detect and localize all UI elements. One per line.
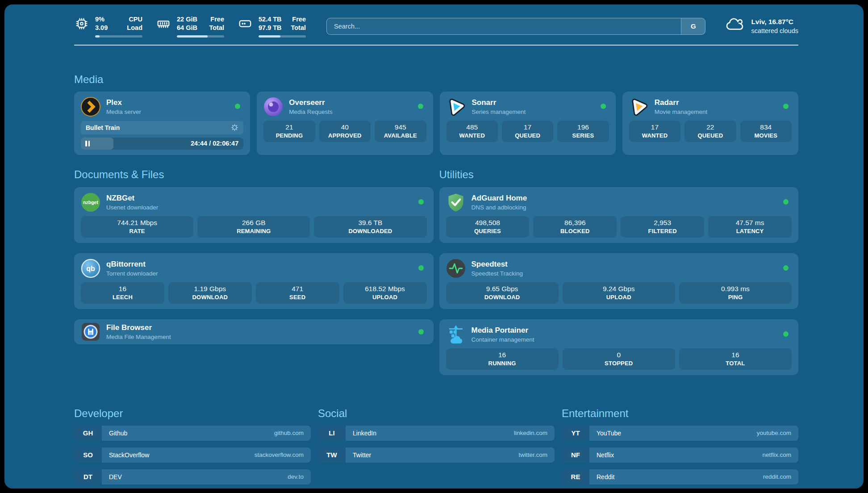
app-subtitle: DNS and adblocking: [472, 204, 527, 211]
stat-label: PENDING: [276, 132, 303, 139]
stat-value: 498,508: [475, 219, 500, 227]
search-input[interactable]: [327, 18, 681, 34]
bookmark-twitter[interactable]: TW Twitter twitter.com: [318, 447, 555, 463]
app-name: File Browser: [106, 323, 171, 332]
utilities-section-title: Utilities: [439, 168, 799, 181]
top-bar: 9% 3.09 CPU Load: [74, 15, 798, 38]
bookmark-abbr: TW: [318, 447, 346, 463]
stat-label: FILTERED: [648, 228, 677, 234]
bookmark-abbr: LI: [318, 426, 346, 441]
plex-card[interactable]: Plex Media server Bullet Train: [74, 92, 250, 155]
bookmark-url: stackoverflow.com: [255, 451, 304, 458]
disk-stat: 52.4 TB 97.9 TB Free Total: [238, 15, 306, 38]
stat-tile: 485 WANTED: [447, 121, 498, 142]
bookmark-abbr: GH: [74, 426, 102, 441]
filebrowser-icon: [81, 322, 100, 342]
bookmark-github[interactable]: GH Github github.com: [74, 426, 311, 441]
stat-value: 196: [577, 123, 589, 131]
stat-value: 485: [466, 123, 478, 131]
cpu-label: CPU: [127, 15, 142, 24]
stat-tile: 17 QUEUED: [502, 121, 553, 142]
bookmark-abbr: SO: [74, 447, 102, 463]
search-engine-button[interactable]: G: [681, 18, 705, 34]
memory-icon: [156, 16, 171, 31]
app-name: Media Portainer: [472, 326, 534, 335]
stat-label: WANTED: [642, 132, 668, 139]
stat-tile: 471 SEED: [256, 282, 339, 304]
stat-tile: 834 MOVIES: [740, 121, 792, 142]
stat-label: DOWNLOAD: [484, 294, 520, 301]
overseerr-card[interactable]: Overseerr Media Requests 21 PENDING 40 A…: [257, 92, 433, 155]
playback-progress-bar[interactable]: 24:44 / 02:06:47: [81, 138, 243, 150]
radarr-card[interactable]: Radarr Movie management 17 WANTED 22 QUE…: [622, 92, 798, 155]
stat-value: 945: [395, 123, 406, 131]
app-name: AdGuard Home: [472, 194, 527, 203]
bookmark-stackoverflow[interactable]: SO StackOverflow stackoverflow.com: [74, 447, 311, 463]
bookmark-name: DEV: [109, 473, 122, 480]
stat-value: 618.52 Mbps: [365, 285, 405, 293]
documents-section-title: Documents & Files: [74, 168, 434, 181]
adguard-card[interactable]: AdGuard Home DNS and adblocking 498,508 …: [439, 187, 799, 243]
status-dot: [601, 104, 606, 109]
bookmark-linkedin[interactable]: LI LinkedIn linkedin.com: [318, 426, 555, 441]
stat-value: 16: [731, 351, 739, 359]
bookmark-abbr: RE: [562, 469, 589, 485]
stat-value: 2,953: [654, 219, 671, 227]
app-subtitle: Torrent downloader: [106, 270, 158, 277]
memory-free-label: Free: [209, 15, 224, 24]
stat-value: 1.19 Gbps: [194, 285, 226, 293]
memory-free-value: 22 GiB: [177, 15, 197, 24]
status-dot: [418, 104, 423, 109]
stat-tile: 618.52 Mbps UPLOAD: [343, 282, 427, 304]
sonarr-card[interactable]: Sonarr Series management 485 WANTED 17 Q…: [440, 92, 616, 155]
system-stats: 9% 3.09 CPU Load: [74, 15, 306, 38]
stat-tile: 945 AVAILABLE: [375, 121, 426, 142]
cpu-load-label: Load: [127, 24, 142, 32]
portainer-icon: [446, 325, 466, 344]
stat-tile: 39.6 TB DOWNLOADED: [314, 216, 426, 238]
stat-value: 22: [706, 123, 714, 131]
weather-widget: Lviv, 16.87°C scattered clouds: [724, 17, 798, 36]
now-playing-row: Bullet Train: [81, 121, 243, 134]
media-section-title: Media: [74, 73, 798, 86]
settings-icon[interactable]: [231, 124, 238, 131]
portainer-card[interactable]: Media Portainer Container management 16 …: [439, 319, 799, 375]
stat-value: 744.21 Mbps: [117, 219, 157, 227]
stat-value: 39.6 TB: [358, 219, 382, 227]
stat-label: SERIES: [572, 132, 594, 139]
status-dot: [783, 104, 789, 109]
header-divider: [74, 45, 798, 46]
bookmark-youtube[interactable]: YT YouTube youtube.com: [562, 426, 798, 441]
stat-label: MOVIES: [754, 132, 777, 139]
bookmark-reddit[interactable]: RE Reddit reddit.com: [562, 469, 798, 485]
app-name: Plex: [106, 98, 141, 107]
speedtest-card[interactable]: Speedtest Speedtest Tracking 9.65 Gbps D…: [439, 253, 799, 309]
memory-stat: 22 GiB 64 GiB Free Total: [156, 15, 224, 38]
stat-label: DOWNLOADED: [348, 228, 392, 234]
stat-value: 834: [760, 123, 772, 131]
bookmarks-section: Developer GH Github github.com SO StackO…: [74, 407, 798, 489]
pause-icon[interactable]: [85, 141, 90, 146]
bookmark-name: YouTube: [597, 430, 621, 437]
stat-value: 9.24 Gbps: [603, 285, 635, 293]
bookmark-netflix[interactable]: NF Netflix netflix.com: [562, 447, 798, 463]
stat-tile: 47.57 ms LATENCY: [708, 216, 792, 238]
stat-label: REMAINING: [237, 228, 271, 234]
bookmark-dev[interactable]: DT DEV dev.to: [74, 469, 311, 485]
entertainment-section-title: Entertainment: [562, 407, 798, 420]
social-bookmarks: Social LI LinkedIn linkedin.com TW Twitt…: [318, 407, 555, 485]
app-name: Sonarr: [472, 98, 526, 107]
bookmark-url: reddit.com: [763, 473, 791, 480]
stat-tile: 196 SERIES: [557, 121, 609, 142]
stat-label: QUEUED: [515, 132, 540, 139]
cpu-icon: [74, 16, 89, 31]
qbittorrent-card[interactable]: qb qBittorrent Torrent downloader 16 LEE…: [74, 253, 434, 309]
filebrowser-card[interactable]: File Browser Media File Management: [74, 319, 434, 344]
stat-value: 471: [292, 285, 303, 293]
stat-value: 86,396: [564, 219, 585, 227]
stat-value: 16: [498, 351, 506, 359]
stat-tile: 16 RUNNING: [446, 348, 559, 370]
stat-tile: 0.993 ms PING: [679, 282, 792, 304]
nzbget-card[interactable]: nzbget NZBGet Usenet downloader 744.21 M…: [74, 187, 434, 243]
stat-label: BLOCKED: [560, 228, 590, 234]
